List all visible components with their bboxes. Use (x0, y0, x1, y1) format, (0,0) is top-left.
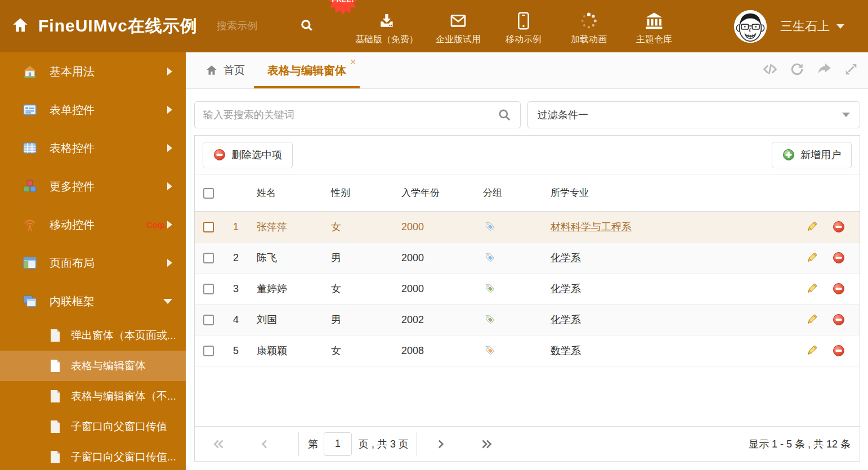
sidebar-item-form-controls[interactable]: 表单控件 (0, 91, 186, 129)
app-body: 基本用法 表单控件 表格控件 更多控件 (0, 52, 868, 470)
row-checkbox[interactable] (203, 253, 214, 263)
home-icon[interactable] (11, 16, 29, 37)
filter-dropdown-value: 过滤条件一 (538, 108, 588, 122)
sidebar-item-label: 更多控件 (50, 179, 167, 194)
add-user-button[interactable]: 新增用户 (772, 142, 852, 168)
bank-icon (645, 11, 664, 30)
last-page-button[interactable] (479, 437, 494, 451)
sidebar-subitem-popup-window[interactable]: 弹出窗体（本页面或... (0, 320, 186, 351)
edit-button[interactable] (806, 252, 818, 264)
delete-button[interactable] (833, 252, 845, 264)
row-checkbox[interactable] (203, 346, 214, 356)
table-row[interactable]: 2 陈飞 男 2000 化学系 (195, 243, 860, 274)
row-checkbox[interactable] (203, 315, 214, 325)
source-code-icon[interactable] (762, 61, 778, 79)
nav-item-loading-animation[interactable]: 加载动画 (556, 7, 621, 46)
fullscreen-icon[interactable] (843, 61, 859, 79)
mobile-icon (516, 11, 531, 30)
header-search-input[interactable] (217, 20, 298, 32)
sidebar-item-page-layout[interactable]: 页面布局 (0, 244, 186, 282)
table-row[interactable]: 3 董婷婷 女 2000 化学系 (195, 274, 860, 305)
sidebar-subitem-grid-edit-window[interactable]: 表格与编辑窗体 (0, 351, 186, 381)
file-icon (50, 390, 61, 403)
delete-button[interactable] (833, 344, 845, 357)
edit-button[interactable] (806, 314, 818, 326)
search-icon[interactable] (497, 108, 512, 122)
delete-button[interactable] (833, 314, 845, 326)
username[interactable]: 三生石上 (780, 18, 830, 35)
major-link[interactable]: 材料科学与工程系 (551, 221, 632, 232)
cell-year: 2000 (395, 283, 476, 295)
sidebar-item-iframe[interactable]: 内联框架 (0, 282, 186, 320)
nav-item-enterprise-trial[interactable]: 企业版试用 (426, 7, 491, 46)
cell-year: 2008 (395, 345, 476, 357)
refresh-icon[interactable] (789, 61, 805, 79)
chevron-right-icon (167, 68, 172, 75)
first-page-button[interactable] (212, 437, 226, 451)
sidebar-subitem-grid-edit-window-alt[interactable]: 表格与编辑窗体（不... (0, 381, 186, 411)
windows-icon (23, 294, 37, 308)
minus-circle-icon (213, 149, 226, 161)
tab-home[interactable]: 首页 (205, 52, 245, 88)
tab-close-icon[interactable]: ✕ (350, 58, 356, 66)
delete-selected-button[interactable]: 删除选中项 (203, 142, 293, 168)
nav-item-mobile-demo[interactable]: 移动示例 (491, 7, 556, 46)
open-new-window-icon[interactable] (816, 61, 832, 79)
col-major: 所学专业 (544, 186, 792, 199)
col-name: 姓名 (250, 186, 324, 199)
edit-button[interactable] (806, 283, 818, 295)
keyword-search-input[interactable] (203, 109, 497, 121)
tab-toolbar (762, 52, 859, 88)
row-checkbox[interactable] (203, 222, 214, 232)
free-badge-label: FREE! (328, 0, 358, 15)
signal-icon (23, 217, 37, 232)
major-link[interactable]: 化学系 (551, 283, 581, 294)
major-link[interactable]: 化学系 (551, 314, 581, 325)
free-badge: FREE! (328, 0, 358, 15)
major-link[interactable]: 化学系 (551, 252, 581, 263)
sidebar-item-grid-controls[interactable]: 表格控件 (0, 129, 186, 167)
row-checkbox[interactable] (203, 284, 214, 294)
tab-grid-edit-window[interactable]: 表格与编辑窗体 ✕ (254, 52, 360, 88)
sidebar-item-label: 基本用法 (50, 64, 167, 79)
nav-item-theme-repo[interactable]: 主题仓库 (621, 7, 687, 46)
nav-label: 加载动画 (571, 34, 607, 46)
cell-year: 2000 (395, 252, 476, 264)
next-page-button[interactable] (433, 437, 448, 451)
sidebar-item-more-controls[interactable]: 更多控件 (0, 167, 186, 205)
select-all-checkbox[interactable] (203, 188, 214, 199)
table-row[interactable]: 1 张萍萍 女 2000 材料科学与工程系 (195, 212, 860, 243)
edit-button[interactable] (806, 221, 818, 233)
user-caret-icon[interactable] (836, 24, 844, 29)
nav-label: 主题仓库 (636, 34, 672, 46)
cell-year: 2000 (395, 221, 476, 233)
edit-button[interactable] (806, 344, 818, 357)
user-avatar[interactable] (734, 10, 767, 43)
sidebar-subitem-child-to-parent-alt[interactable]: 子窗口向父窗口传值... (0, 442, 186, 470)
cell-gender: 女 (324, 220, 395, 234)
major-link[interactable]: 数学系 (551, 345, 581, 356)
table-row[interactable]: 5 康颖颖 女 2008 数学系 (195, 335, 860, 366)
col-year: 入学年份 (395, 186, 476, 199)
cell-gender: 女 (324, 282, 395, 296)
file-icon (50, 420, 61, 433)
cubes-icon (23, 179, 37, 194)
sidebar-item-basic-usage[interactable]: 基本用法 (0, 52, 186, 91)
row-number: 2 (222, 252, 250, 264)
nav-item-basic-free[interactable]: FREE! 基础版（免费） (348, 7, 426, 46)
table-row[interactable]: 4 刘国 男 2002 化学系 (195, 305, 860, 335)
prev-page-button[interactable] (258, 437, 272, 451)
col-group: 分组 (476, 186, 544, 199)
delete-button[interactable] (833, 283, 845, 295)
filter-dropdown[interactable]: 过滤条件一 (527, 101, 860, 128)
grid-toolbar: 删除选中项 新增用户 (195, 136, 860, 174)
sidebar-item-mobile-controls[interactable]: 移动控件 Corp. (0, 205, 186, 244)
page-number-input[interactable] (324, 432, 352, 456)
sidebar-item-label: 移动控件 (50, 217, 142, 232)
user-menu[interactable]: 三生石上 (734, 10, 844, 43)
layout-icon (23, 256, 37, 270)
delete-button[interactable] (833, 221, 845, 233)
row-number: 4 (222, 314, 250, 326)
sidebar-subitem-child-to-parent[interactable]: 子窗口向父窗口传值 (0, 411, 186, 442)
header-search-icon[interactable] (299, 18, 314, 35)
